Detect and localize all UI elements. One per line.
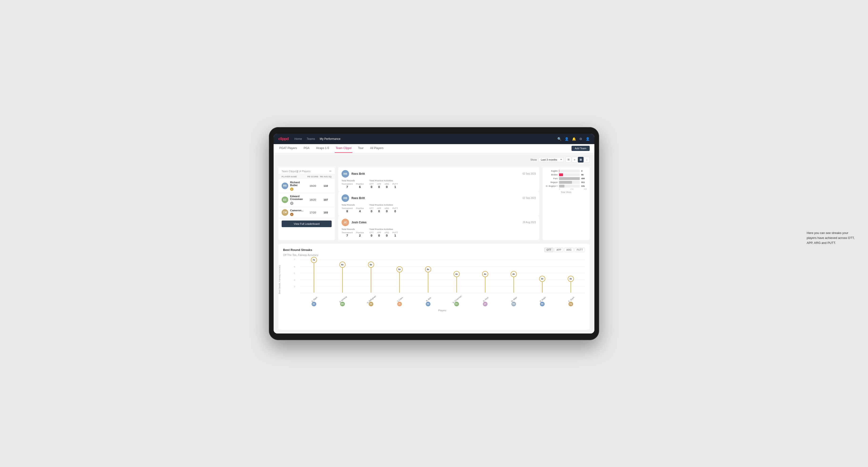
streak-buttons: OTTAPPARGPUTT — [545, 248, 585, 252]
streak-col: 5x R. Britt RB — [414, 260, 442, 293]
player-name-label: J. Coles — [397, 296, 403, 302]
player-row[interactable]: RB Richard Butler 1 19/20 110 — [278, 179, 335, 193]
player-name-label: C. Quick — [568, 296, 575, 303]
y-axis-label: Best Streak, Fairway Accuracy — [278, 265, 281, 294]
card-date: 02 Sep 2023 — [522, 173, 536, 175]
ott-value: 0 — [369, 185, 374, 189]
player-info: Edward Crossman 2 — [290, 195, 306, 205]
y-label-4: 4 — [294, 279, 295, 281]
table-view-btn[interactable]: ↕ — [584, 157, 590, 162]
app-value: 0 — [377, 210, 381, 213]
streaks-subtitle: Off The Tee, Fairway Accuracy — [283, 253, 585, 256]
axis-0: 0 — [559, 188, 560, 190]
player-card: RB Rees Britt 02 Sep 2023 Total Rounds T… — [338, 167, 539, 191]
add-team-button[interactable]: Add Team — [571, 146, 590, 151]
tournament-label: Tournament — [342, 183, 353, 185]
rounds-group: Total Rounds Tournament 7 Practice 6 — [342, 180, 364, 189]
period-select[interactable]: Last 3 months Last 6 months Last 12 mont… — [539, 157, 564, 162]
player-mini-avatar: RB — [426, 302, 431, 306]
settings-icon[interactable]: ⚙ — [579, 137, 582, 141]
sub-nav-pga[interactable]: PGA — [303, 144, 310, 153]
sub-nav-all-players[interactable]: All Players — [369, 144, 384, 153]
streak-btn-arg[interactable]: ARG — [564, 248, 574, 252]
nav-home[interactable]: Home — [294, 137, 302, 141]
nav-teams[interactable]: Teams — [307, 137, 315, 141]
player-mini-avatar: RB — [540, 302, 545, 306]
streak-line — [428, 269, 428, 293]
tablet-frame: clippd Home Teams My Performance 🔍 👤 🔔 ⚙… — [269, 127, 599, 340]
view-icons: ⊞ ≡ ▦ ↕ — [566, 157, 590, 162]
nav-logo: clippd — [278, 137, 289, 141]
streak-col: 3x R. Butler RB — [528, 260, 556, 293]
player-avg: 103 — [320, 211, 332, 214]
tablet-screen: clippd Home Teams My Performance 🔍 👤 🔔 ⚙… — [274, 134, 594, 334]
list-view-btn[interactable]: ≡ — [572, 157, 578, 162]
bell-icon[interactable]: 🔔 — [572, 137, 576, 141]
streak-bubble: 5x — [425, 266, 431, 272]
panel-title: Team Clippd | 14 Players — [282, 170, 310, 173]
col-pb-score: PB SCORE — [306, 176, 320, 178]
sub-nav-tour[interactable]: Tour — [357, 144, 365, 153]
player-card: RB Rees Britt 02 Sep 2023 Total Rounds T… — [338, 191, 539, 216]
sub-nav-team-clippd[interactable]: Team Clippd — [335, 144, 352, 153]
player-row[interactable]: CM Cameron... 3 17/20 103 — [278, 207, 335, 218]
grid-view-btn[interactable]: ⊞ — [566, 157, 571, 162]
card-view-btn[interactable]: ▦ — [578, 157, 584, 162]
player-mini-avatar: DF — [483, 302, 488, 306]
nav-my-performance[interactable]: My Performance — [319, 137, 340, 141]
app-stat: APP 0 — [377, 231, 381, 237]
player-mini-avatar: CQ — [568, 302, 573, 306]
chart-x-title: Total Shots — [545, 191, 587, 193]
bar-label: Bogeys — [545, 181, 558, 184]
bar-label: Pars — [545, 177, 558, 180]
app-label: APP — [377, 183, 381, 185]
bar-wrap — [559, 181, 580, 184]
putt-label: PUTT — [393, 183, 398, 185]
app-value: 0 — [377, 234, 381, 237]
player-info: Richard Butler 1 — [290, 181, 306, 191]
streak-btn-putt[interactable]: PUTT — [575, 248, 585, 252]
player-row[interactable]: EC Edward Crossman 2 18/20 107 — [278, 193, 335, 207]
axis-400: 400 — [584, 188, 587, 190]
streak-btn-ott[interactable]: OTT — [545, 248, 553, 252]
activities-group: Total Practice Activities OTT 0 APP 0 AR… — [369, 204, 398, 213]
putt-stat: PUTT 1 — [393, 231, 398, 237]
player-cards-panel: RB Rees Britt 02 Sep 2023 Total Rounds T… — [338, 167, 539, 240]
streak-bubble: 4x — [511, 271, 517, 277]
chart-x-axis: 0 200 400 — [545, 187, 587, 190]
app-label: APP — [377, 207, 381, 210]
avatar-icon[interactable]: 👤 — [586, 137, 590, 141]
y-label-6: 6 — [294, 266, 295, 268]
tournament-value: 8 — [342, 210, 353, 213]
person-icon[interactable]: 👤 — [565, 137, 569, 141]
search-icon[interactable]: 🔍 — [557, 137, 561, 141]
view-full-leaderboard-btn[interactable]: View Full Leaderboard — [282, 220, 332, 227]
ott-stat: OTT 0 — [369, 207, 374, 213]
practice-value: 6 — [356, 185, 364, 189]
rounds-cols: Tournament 8 Practice 4 — [342, 207, 364, 213]
sub-nav-pgat[interactable]: PGAT Players — [278, 144, 298, 153]
player-rank-badge: 2 — [290, 201, 293, 205]
rounds-cols: Tournament 7 Practice 2 — [342, 231, 364, 237]
putt-stat: PUTT 1 — [393, 183, 398, 189]
bar-label: Birdies — [545, 174, 558, 176]
streak-btn-app[interactable]: APP — [554, 248, 563, 252]
show-row: Show Last 3 months Last 6 months Last 12… — [278, 157, 590, 163]
player-mini-avatar: JC — [397, 302, 402, 306]
player-name-label: D. Ford — [483, 297, 489, 302]
bar-value: 311 — [581, 181, 587, 184]
activities-cols: OTT 0 APP 0 ARG 0 PUTT 1 — [369, 183, 398, 189]
streak-line — [399, 269, 400, 293]
player-info: Cameron... 3 — [290, 209, 306, 216]
bar-row: Birdies 96 — [545, 173, 587, 176]
tournament-stat: Tournament 7 — [342, 231, 353, 237]
edit-icon[interactable]: ✏ — [329, 169, 332, 173]
bar-fill — [559, 181, 572, 184]
rounds-label: Total Rounds — [342, 228, 364, 230]
streak-col: 6x B. McHerg BM — [328, 260, 356, 293]
activities-label: Total Practice Activities — [369, 204, 398, 206]
player-name: Edward Crossman — [290, 195, 306, 200]
table-header: PLAYER NAME PB SCORE PB AVG SQ — [278, 174, 335, 179]
player-mini-avatar: EE — [312, 302, 316, 306]
sub-nav-hcaps[interactable]: Hcaps 1-5 — [315, 144, 330, 153]
